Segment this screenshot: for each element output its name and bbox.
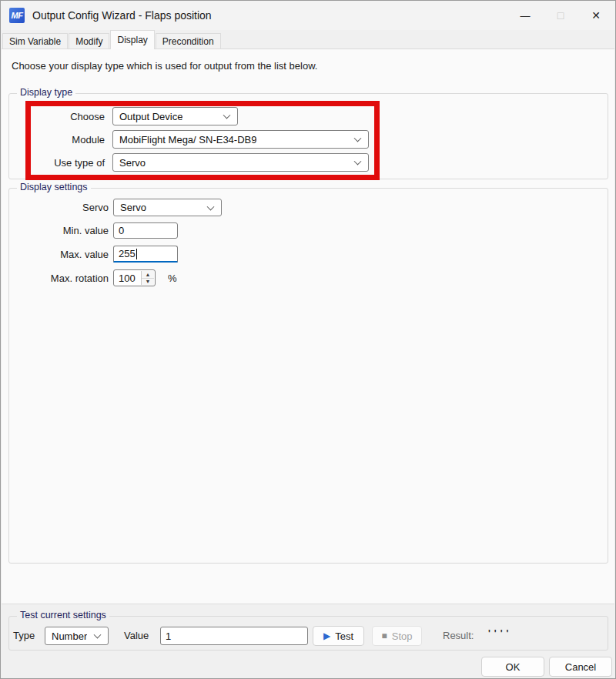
module-label: Module	[32, 134, 105, 146]
tab-bar: Sim Variable Modify Display Precondition	[2, 30, 222, 49]
max-rotation-label: Max. rotation	[24, 273, 109, 284]
display-type-legend: Display type	[17, 87, 75, 98]
test-settings-legend: Test current settings	[17, 610, 109, 620]
window-controls: — □ ✕	[507, 1, 614, 30]
result-value: ''''	[488, 628, 512, 639]
choose-display-type-value: Output Device	[119, 111, 182, 122]
instruction-text: Choose your display type which is used f…	[12, 60, 317, 72]
max-rotation-stepper[interactable]: 100 ▲ ▼	[113, 269, 156, 286]
tab-modify[interactable]: Modify	[69, 33, 109, 49]
servo-label: Servo	[32, 202, 109, 213]
test-value-input[interactable]: 1	[160, 627, 308, 645]
stop-button[interactable]: ■ Stop	[372, 626, 422, 646]
stepper-down-button[interactable]: ▼	[142, 279, 154, 286]
chevron-down-icon	[94, 631, 102, 639]
output-config-wizard-window: MF Output Config Wizard - Flaps position…	[0, 0, 616, 679]
min-value-input[interactable]: 0	[113, 222, 178, 239]
display-settings-group: Display settings	[8, 188, 608, 564]
cancel-button[interactable]: Cancel	[549, 657, 612, 677]
choose-display-type-dropdown[interactable]: Output Device	[112, 107, 238, 125]
maximize-button[interactable]: □	[543, 1, 578, 30]
title-bar[interactable]: MF Output Config Wizard - Flaps position…	[1, 1, 615, 30]
text-caret	[136, 249, 137, 259]
use-type-dropdown[interactable]: Servo	[112, 153, 369, 172]
test-value-label: Value	[124, 630, 153, 641]
test-type-dropdown[interactable]: Number	[45, 627, 109, 645]
chevron-down-icon	[207, 202, 215, 210]
min-value-label: Min. value	[32, 225, 109, 236]
minimize-button[interactable]: —	[507, 1, 543, 30]
stop-button-label: Stop	[392, 630, 413, 642]
stepper-up-button[interactable]: ▲	[142, 271, 154, 279]
servo-dropdown[interactable]: Servo	[113, 199, 222, 216]
test-value-text: 1	[166, 630, 171, 642]
module-value: MobiFlight Mega/ SN-E34-DB9	[119, 134, 256, 146]
tab-display[interactable]: Display	[110, 30, 154, 49]
window-title: Output Config Wizard - Flaps position	[32, 9, 212, 22]
arrow-down-icon: ▼	[146, 279, 151, 284]
max-value-input[interactable]: 255	[113, 246, 178, 263]
tab-precondition[interactable]: Precondition	[156, 33, 221, 49]
app-icon: MF	[9, 8, 25, 23]
tab-sim-variable[interactable]: Sim Variable	[2, 33, 68, 49]
play-icon: ▶	[323, 631, 330, 641]
chevron-down-icon	[223, 112, 231, 119]
display-settings-legend: Display settings	[17, 182, 91, 192]
max-value-text: 255	[119, 248, 136, 259]
maximize-icon: □	[557, 9, 564, 22]
test-button-label: Test	[335, 630, 353, 642]
servo-value: Servo	[120, 202, 146, 213]
percent-unit-label: %	[168, 273, 177, 284]
close-icon: ✕	[591, 9, 601, 22]
chevron-down-icon	[354, 158, 362, 166]
result-label: Result:	[443, 630, 474, 641]
minimize-icon: —	[521, 10, 531, 22]
ok-button[interactable]: OK	[481, 657, 544, 677]
test-type-value: Number	[52, 630, 87, 642]
chevron-down-icon	[354, 135, 362, 142]
stepper-buttons: ▲ ▼	[141, 271, 154, 285]
min-value-text: 0	[119, 225, 124, 236]
test-button[interactable]: ▶ Test	[313, 626, 364, 646]
close-button[interactable]: ✕	[578, 1, 614, 30]
use-type-value: Servo	[119, 157, 146, 169]
max-rotation-text: 100	[119, 273, 136, 284]
choose-label: Choose	[32, 111, 105, 122]
arrow-up-icon: ▲	[146, 272, 151, 277]
max-value-label: Max. value	[32, 249, 109, 260]
test-type-label: Type	[13, 630, 38, 641]
module-dropdown[interactable]: MobiFlight Mega/ SN-E34-DB9	[112, 130, 369, 149]
stop-icon: ■	[382, 631, 387, 641]
use-type-label: Use type of	[24, 157, 105, 169]
